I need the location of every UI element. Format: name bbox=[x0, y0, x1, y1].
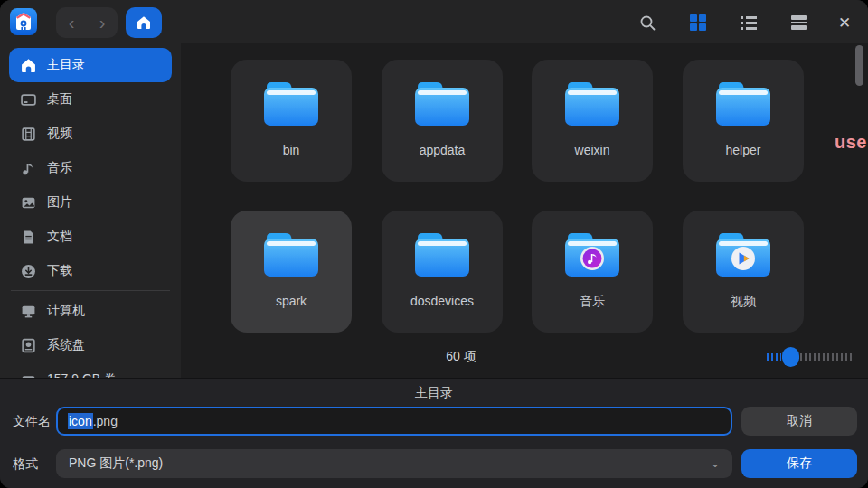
sidebar-item-pictures[interactable]: 图片 bbox=[9, 185, 172, 220]
sidebar-item-home[interactable]: 主目录 bbox=[9, 48, 172, 82]
download-icon bbox=[21, 264, 36, 279]
folder-tile-videos[interactable]: 视频 bbox=[683, 211, 804, 333]
disk-icon bbox=[21, 338, 36, 353]
chevron-down-icon: ⌄ bbox=[711, 457, 720, 470]
filename-label: 文件名 bbox=[13, 407, 51, 436]
slider-track-empty bbox=[800, 353, 853, 361]
folder-tile-weixin[interactable]: weixin bbox=[532, 60, 653, 182]
list-view-button[interactable] bbox=[732, 6, 765, 39]
filename-selected-text: icon bbox=[68, 413, 93, 429]
filename-extension-text: .png bbox=[93, 414, 118, 428]
save-button[interactable]: 保存 bbox=[741, 449, 857, 478]
forward-button[interactable]: › bbox=[87, 7, 118, 38]
picture-icon bbox=[21, 195, 36, 211]
sidebar-item-computer[interactable]: 计算机 bbox=[9, 294, 172, 328]
film-icon bbox=[21, 127, 36, 142]
search-icon bbox=[639, 14, 656, 32]
breadcrumb-home-button[interactable] bbox=[126, 7, 162, 38]
grid-view-icon bbox=[690, 14, 706, 31]
filename-input[interactable]: icon.png bbox=[56, 407, 732, 436]
scrollbar-thumb[interactable] bbox=[855, 45, 863, 86]
home-icon bbox=[137, 15, 151, 30]
home-icon bbox=[21, 58, 36, 73]
save-panel: 主目录 文件名 icon.png 取消 格式 PNG 图片(*.png) ⌄ 保… bbox=[0, 378, 868, 488]
detail-view-icon bbox=[791, 15, 807, 30]
folder-icon bbox=[412, 80, 472, 128]
video-folder-icon bbox=[713, 230, 773, 279]
slider-track-filled bbox=[767, 353, 781, 361]
sidebar: 主目录 桌面 视频 音乐 bbox=[0, 43, 181, 378]
folder-tile-helper[interactable]: helper bbox=[683, 60, 804, 182]
slider-thumb[interactable] bbox=[782, 347, 799, 367]
sidebar-item-downloads[interactable]: 下载 bbox=[9, 254, 172, 288]
detail-view-button[interactable] bbox=[782, 6, 815, 39]
folder-tile-bin[interactable]: bin bbox=[231, 60, 352, 182]
computer-icon bbox=[21, 304, 36, 319]
overlay-text-use: use bbox=[835, 132, 867, 153]
sidebar-item-documents[interactable]: 文档 bbox=[9, 220, 172, 254]
close-button[interactable]: ✕ bbox=[828, 6, 861, 39]
search-button[interactable] bbox=[631, 6, 664, 39]
file-save-dialog-window: ‹ › bbox=[0, 0, 868, 488]
close-icon: ✕ bbox=[838, 14, 851, 33]
folder-icon bbox=[412, 230, 472, 279]
sidebar-item-volume[interactable]: 157.9 GB 卷 bbox=[9, 362, 172, 378]
current-location-label: 主目录 bbox=[0, 385, 868, 401]
folder-tile-spark[interactable]: spark bbox=[231, 211, 352, 333]
icon-size-slider[interactable] bbox=[767, 347, 853, 367]
desktop-icon bbox=[21, 92, 36, 108]
format-select[interactable]: PNG 图片(*.png) ⌄ bbox=[56, 449, 732, 478]
back-button[interactable]: ‹ bbox=[56, 7, 87, 38]
sidebar-item-music[interactable]: 音乐 bbox=[9, 151, 172, 185]
grid-view-button[interactable] bbox=[682, 6, 714, 39]
sidebar-item-desktop[interactable]: 桌面 bbox=[9, 82, 172, 117]
folder-tile-appdata[interactable]: appdata bbox=[382, 60, 503, 182]
folder-tile-dosdevices[interactable]: dosdevices bbox=[382, 211, 503, 333]
folder-grid: bin appdata weixin helper spark dosdevic… bbox=[181, 43, 868, 378]
cancel-button[interactable]: 取消 bbox=[741, 407, 857, 436]
folder-icon bbox=[713, 80, 773, 128]
folder-tile-music[interactable]: 音乐 bbox=[532, 211, 653, 333]
item-count-label: 60 项 bbox=[446, 349, 476, 365]
list-view-icon bbox=[741, 16, 757, 30]
history-nav-group: ‹ › bbox=[56, 7, 118, 38]
sidebar-item-videos[interactable]: 视频 bbox=[9, 117, 172, 151]
music-note-icon bbox=[21, 161, 36, 176]
folder-icon bbox=[261, 230, 321, 279]
music-folder-icon bbox=[562, 230, 622, 279]
sidebar-item-system-disk[interactable]: 系统盘 bbox=[9, 328, 172, 362]
folder-icon bbox=[261, 80, 321, 128]
titlebar: ‹ › bbox=[0, 0, 868, 43]
format-value: PNG 图片(*.png) bbox=[69, 455, 163, 472]
document-icon bbox=[21, 230, 36, 245]
folder-icon bbox=[562, 80, 622, 128]
app-logo-icon bbox=[10, 8, 37, 35]
format-label: 格式 bbox=[13, 449, 38, 478]
sidebar-separator bbox=[11, 290, 170, 291]
